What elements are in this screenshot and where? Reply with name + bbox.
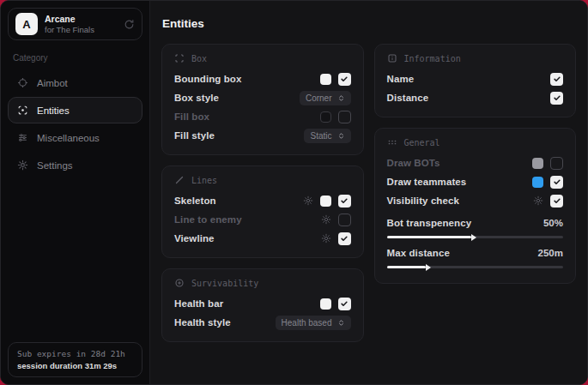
dropdown-value: Corner xyxy=(306,93,332,103)
row-fill-style: Fill style Static xyxy=(174,126,351,145)
panel-box-header: Box xyxy=(174,53,351,63)
diagonal-line-icon xyxy=(174,175,185,185)
box-style-dropdown[interactable]: Corner xyxy=(300,91,351,105)
row-fill-box: Fill box xyxy=(174,107,351,126)
sub-expires-text: Sub expires in 28d 21h xyxy=(17,349,133,358)
visibility-check-settings-gear-icon[interactable] xyxy=(533,196,543,206)
gear-icon xyxy=(17,159,28,171)
sidebar-item-label: Aimbot xyxy=(37,78,68,88)
line-to-enemy-settings-gear-icon[interactable] xyxy=(321,214,331,225)
crosshair-icon xyxy=(17,77,28,88)
app-logo: A xyxy=(15,13,38,35)
sidebar-item-label: Entities xyxy=(37,105,70,116)
row-label: Fill style xyxy=(174,130,215,141)
refresh-icon[interactable] xyxy=(124,19,135,30)
bot-transparency-value: 50% xyxy=(543,218,563,228)
visibility-check-checkbox[interactable] xyxy=(550,195,563,208)
panel-survivability: Survivability Health bar Health style xyxy=(161,268,364,342)
skeleton-settings-gear-icon[interactable] xyxy=(303,196,313,206)
sidebar-item-aimbot[interactable]: Aimbot xyxy=(8,69,142,96)
app-header-card: A Arcane for The Finals xyxy=(8,8,142,40)
viewline-checkbox[interactable] xyxy=(338,232,351,245)
health-bar-checkbox[interactable] xyxy=(338,298,351,310)
draw-bots-color-swatch[interactable] xyxy=(532,158,543,169)
viewline-settings-gear-icon[interactable] xyxy=(321,233,331,244)
skeleton-color-swatch[interactable] xyxy=(320,196,331,207)
dropdown-value: Health based xyxy=(282,318,332,328)
row-viewline: Viewline xyxy=(174,229,351,248)
panel-lines: Lines Skeleton xyxy=(161,165,364,258)
bounding-box-checkbox[interactable] xyxy=(338,73,351,86)
name-checkbox[interactable] xyxy=(550,73,563,86)
panel-header-label: Survivability xyxy=(191,279,258,288)
fill-box-color-swatch[interactable] xyxy=(320,111,331,123)
scan-icon xyxy=(17,105,28,116)
page-title: Entities xyxy=(162,17,575,30)
sidebar: A Arcane for The Finals Category Aimbot xyxy=(1,1,150,384)
row-health-style: Health style Health based xyxy=(174,313,351,332)
panel-general-header: General xyxy=(387,137,564,147)
row-line-to-enemy: Line to enemy xyxy=(174,210,351,229)
row-bounding-box: Bounding box xyxy=(174,69,351,88)
session-duration-text: session duration 31m 29s xyxy=(17,361,133,370)
row-box-style: Box style Corner xyxy=(174,88,351,107)
panel-information-header: Information xyxy=(387,53,564,63)
fill-style-dropdown[interactable]: Static xyxy=(304,129,350,143)
sidebar-item-entities[interactable]: Entities xyxy=(8,97,142,123)
row-label: Line to enemy xyxy=(174,214,242,225)
sidebar-item-label: Miscellaneous xyxy=(37,133,100,143)
slider-thumb[interactable] xyxy=(471,234,476,241)
row-label: Name xyxy=(387,74,415,84)
row-label: Health style xyxy=(174,317,231,328)
main-content: Entities Box Bounding box xyxy=(150,1,587,384)
chevron-up-down-icon xyxy=(337,132,345,140)
line-to-enemy-checkbox[interactable] xyxy=(338,214,351,226)
row-health-bar: Health bar xyxy=(174,294,351,313)
category-label: Category xyxy=(13,53,137,63)
row-label: Draw teammates xyxy=(387,177,467,187)
row-label: Draw BOTs xyxy=(387,158,440,168)
fill-box-checkbox[interactable] xyxy=(338,111,351,123)
panel-survivability-header: Survivability xyxy=(174,278,351,288)
info-square-icon xyxy=(387,53,397,63)
sliders-icon xyxy=(17,132,28,143)
row-draw-teammates: Draw teammates xyxy=(387,172,564,191)
subscription-card: Sub expires in 28d 21h session duration … xyxy=(8,342,142,377)
slider-thumb[interactable] xyxy=(426,264,431,271)
skeleton-checkbox[interactable] xyxy=(338,195,351,208)
panel-header-label: Information xyxy=(404,54,461,63)
bot-transparency-slider[interactable] xyxy=(387,236,564,238)
chevron-up-down-icon xyxy=(337,319,345,327)
row-draw-bots: Draw BOTs xyxy=(387,153,564,172)
sidebar-item-settings[interactable]: Settings xyxy=(8,152,142,178)
row-skeleton: Skeleton xyxy=(174,191,351,210)
row-name: Name xyxy=(387,69,564,88)
panel-box: Box Bounding box Box style xyxy=(161,44,364,155)
max-distance-slider[interactable] xyxy=(387,266,564,268)
health-style-dropdown[interactable]: Health based xyxy=(276,316,351,330)
panel-information: Information Name Distance xyxy=(374,44,577,117)
health-bar-color-swatch[interactable] xyxy=(320,298,331,310)
row-max-distance: Max distance 250m xyxy=(387,244,564,262)
draw-teammates-checkbox[interactable] xyxy=(550,176,563,189)
app-subtitle: for The Finals xyxy=(45,25,117,34)
distance-checkbox[interactable] xyxy=(550,92,563,105)
row-label: Viewline xyxy=(174,233,215,244)
draw-bots-checkbox[interactable] xyxy=(550,157,563,170)
draw-teammates-color-swatch[interactable] xyxy=(532,177,543,188)
panel-lines-header: Lines xyxy=(174,175,351,185)
sidebar-item-miscellaneous[interactable]: Miscellaneous xyxy=(8,124,142,151)
app-meta: Arcane for The Finals xyxy=(45,14,117,34)
row-label: Visibility check xyxy=(387,196,460,206)
row-label: Health bar xyxy=(174,298,223,309)
medical-cross-icon xyxy=(174,278,185,288)
chevron-up-down-icon xyxy=(337,94,345,102)
panel-header-label: General xyxy=(404,138,440,147)
panel-header-label: Box xyxy=(191,54,207,63)
app-window: A Arcane for The Finals Category Aimbot xyxy=(0,0,588,385)
row-distance: Distance xyxy=(387,88,564,107)
row-label: Box style xyxy=(174,93,219,103)
row-label: Max distance xyxy=(387,248,450,258)
bounding-box-color-swatch[interactable] xyxy=(320,74,331,85)
panel-header-label: Lines xyxy=(191,176,217,185)
